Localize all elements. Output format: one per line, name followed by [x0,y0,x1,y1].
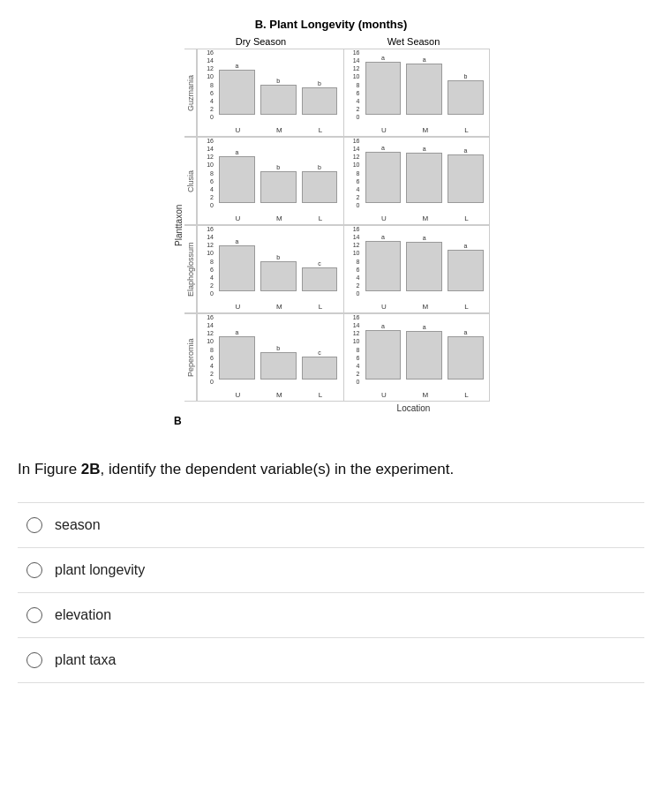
bar-group: a [365,229,402,291]
y-axis: 1614121086420 [198,49,215,120]
x-tick: L [300,391,342,399]
dry-chart: 1614121086420abbUML [197,137,344,225]
radio-button[interactable] [26,652,42,668]
x-tick: U [217,303,259,311]
bar [260,261,297,291]
bar [406,153,442,203]
season-headers: Dry Season Wet Season [184,36,490,49]
x-tick: L [446,303,487,311]
taxon-label: Peperomia [184,313,197,402]
bar-letter-label: a [235,238,238,244]
bars-area: aab [364,53,486,115]
bar [365,241,402,291]
x-tick: M [259,391,300,399]
dry-season-header: Dry Season [184,36,337,49]
x-tick: L [300,303,342,311]
x-tick: U [364,126,405,134]
bar [302,267,338,291]
bars-area: aaa [364,229,486,291]
radio-button[interactable] [26,562,42,578]
x-tick: M [404,303,446,311]
bar-group: a [406,229,442,291]
bar-group: a [406,53,442,115]
bar-letter-label: a [464,329,468,335]
bar-letter-label: a [464,147,468,154]
x-tick: L [300,214,342,222]
chart-row-clusia: Clusia1614121086420abbUML1614121086420aa… [184,137,490,225]
option-label: season [55,517,101,533]
bar-letter-label: b [318,80,321,86]
x-tick: M [259,126,300,134]
wet-chart: 1614121086420aaaUML [344,137,491,225]
y-axis: 1614121086420 [198,138,215,208]
bar [448,336,484,380]
figure-title: B. Plant Longevity (months) [172,18,490,31]
bar-letter-label: b [276,254,280,260]
bars-area: aaa [364,318,486,380]
bar [260,352,297,380]
figure-container: B. Plant Longevity (months) Dry Season W… [168,9,494,432]
bar-letter-label: c [318,350,321,356]
chart-row-elaphoglossum: Elaphoglossum1614121086420abcUML16141210… [184,225,490,313]
taxon-label: Guzmania [184,49,197,137]
option-label: plant taxa [55,652,116,668]
x-labels: UML [217,126,342,134]
y-axis: 1614121086420 [344,226,362,297]
x-tick: U [364,303,405,311]
question-section: In Figure 2B, identify the dependent var… [0,432,662,700]
bar [219,336,255,380]
x-tick: L [300,126,342,134]
x-tick: U [364,214,405,222]
bar-letter-label: b [464,73,468,79]
location-label: Location [337,403,490,413]
bar-letter-label: a [381,145,385,151]
x-tick: U [364,391,405,399]
y-axis: 1614121086420 [344,138,362,208]
bar-letter-label: a [423,324,426,330]
bar-letter-label: a [235,329,238,335]
wet-chart: 1614121086420aabUML [344,49,491,137]
bar-group: a [219,141,255,203]
bar [448,80,484,115]
answer-option-plant_taxa[interactable]: plant taxa [18,637,644,683]
y-axis: 1614121086420 [198,314,215,385]
radio-button[interactable] [26,517,42,533]
x-tick: M [404,391,446,399]
bar [219,245,255,291]
x-tick: L [446,391,487,399]
dry-chart: 1614121086420abcUML [197,313,344,402]
bar [302,357,338,380]
bar-group: a [448,318,484,380]
x-labels: UML [364,126,488,134]
bar-group: a [365,141,402,203]
bar-group: b [260,229,297,291]
answer-option-season[interactable]: season [18,502,644,548]
bars-area: aaa [364,141,486,203]
x-tick: L [446,214,487,222]
bar-group: a [219,318,255,380]
bar-group: a [219,53,255,115]
option-label: elevation [55,607,111,623]
bar-letter-label: c [318,260,321,267]
bar [406,331,442,380]
x-tick: M [259,214,300,222]
y-axis: 1614121086420 [344,314,362,385]
x-labels: UML [364,391,488,399]
bar-group: b [302,53,338,115]
bar-letter-label: b [276,78,280,84]
x-tick: M [259,303,300,311]
bar-group: b [260,318,297,380]
dry-chart: 1614121086420abbUML [197,49,344,137]
bar-group: b [302,141,338,203]
radio-button[interactable] [26,607,42,623]
answer-option-elevation[interactable]: elevation [18,592,644,638]
bar-letter-label: b [318,164,321,170]
bar-group: b [260,53,297,115]
figure-b-label: B [174,415,490,427]
bar-letter-label: b [276,345,280,351]
bar [365,330,402,380]
bar [260,85,297,115]
answer-option-plant_longevity[interactable]: plant longevity [18,547,644,593]
question-text: In Figure 2B, identify the dependent var… [18,458,644,481]
bars-area: abc [217,229,340,291]
